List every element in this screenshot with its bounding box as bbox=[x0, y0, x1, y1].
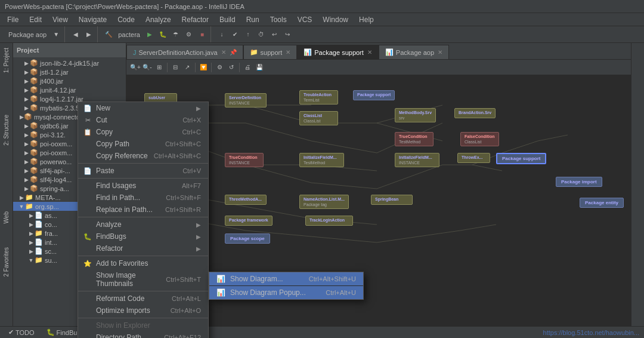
node-throwex[interactable]: ThrowEx... bbox=[457, 153, 490, 163]
tree-item-jstl[interactable]: ▶ 📦 jstl-1.2.jar bbox=[13, 67, 126, 76]
node-false-cond[interactable]: FalseCondition ClassList bbox=[460, 132, 499, 146]
node-truecond2[interactable]: TrueCondition INSTANCE bbox=[225, 153, 264, 167]
print-btn[interactable]: 🖨 bbox=[242, 62, 253, 73]
node-5[interactable]: ClassList ClassList bbox=[299, 111, 338, 125]
zoom-in-btn[interactable]: 🔍+ bbox=[130, 62, 141, 73]
tree-arrow: ▶ bbox=[23, 168, 30, 174]
redo-btn[interactable]: ↪ bbox=[281, 29, 293, 41]
todo-tab[interactable]: ✔ TODO bbox=[5, 327, 38, 338]
zoom-out-btn[interactable]: 🔍- bbox=[142, 62, 153, 73]
node-pkg-entity[interactable]: Package entity bbox=[580, 198, 624, 208]
menu-run[interactable]: Run bbox=[242, 14, 264, 25]
ctx-show-thumbnails[interactable]: Show Image Thumbnails Ctrl+Shift+T bbox=[78, 269, 208, 290]
save-img-btn[interactable]: 💾 bbox=[254, 62, 265, 73]
undo-btn[interactable]: ↩ bbox=[268, 29, 280, 41]
node-pkg-import[interactable]: Package import bbox=[556, 177, 602, 187]
ctx-cut[interactable]: ✂ Cut Ctrl+X bbox=[78, 114, 208, 126]
tree-item-junit[interactable]: ▶ 📦 junit-4.12.jar bbox=[13, 85, 126, 94]
node-7[interactable]: BrandAction.Srv bbox=[454, 108, 496, 118]
tree-arrow: ▶ bbox=[18, 195, 25, 201]
menu-code[interactable]: Code bbox=[113, 14, 140, 25]
toolbar-separator bbox=[239, 63, 240, 72]
menu-vcs[interactable]: VCS bbox=[293, 14, 317, 25]
tab-close-btn[interactable]: ✕ bbox=[286, 49, 290, 56]
node-trackaction[interactable]: TrackLoginAction bbox=[305, 216, 353, 226]
tree-item-json-lib[interactable]: ▶ 📦 json-lib-2.4-jdk15.jar bbox=[13, 59, 126, 67]
menu-navigate[interactable]: Navigate bbox=[74, 14, 112, 25]
export-btn[interactable]: ↗ bbox=[182, 62, 193, 73]
ctx-copy[interactable]: 📋 Copy Ctrl+C bbox=[78, 126, 208, 138]
structure-strip-label[interactable]: 2: Structure bbox=[2, 112, 11, 148]
menu-file[interactable]: File bbox=[2, 14, 23, 25]
menu-refactor[interactable]: Refactor bbox=[177, 14, 213, 25]
ctx-paste[interactable]: 📄 Paste Ctrl+V bbox=[78, 165, 208, 177]
node-threemethod[interactable]: ThreeMethodA... bbox=[225, 195, 267, 205]
commit-btn[interactable]: ✔ bbox=[229, 29, 241, 41]
fit-btn[interactable]: ⊞ bbox=[154, 62, 165, 73]
tab-close-btn[interactable]: ✕ bbox=[367, 49, 372, 56]
tab-close-btn[interactable]: ✕ bbox=[221, 49, 226, 56]
node-3[interactable]: TroubleAction TermList bbox=[299, 90, 338, 105]
ctx-copy-ref[interactable]: Copy Reference Ctrl+Alt+Shift+C bbox=[78, 150, 208, 162]
node-initializefield2[interactable]: InitializeFieldM... TestMethod bbox=[299, 153, 344, 167]
favorites-strip-label[interactable]: 2 Favorites bbox=[2, 245, 11, 279]
submenu-show-diagram-popup[interactable]: 📊 Show Diagram Popup... Ctrl+Alt+U bbox=[209, 286, 363, 299]
node-targetsrv[interactable]: SpringBean bbox=[371, 195, 413, 205]
menu-analyze[interactable]: Analyze bbox=[141, 14, 176, 25]
menu-tools[interactable]: Tools bbox=[265, 14, 292, 25]
history-btn[interactable]: ⏱ bbox=[255, 29, 267, 41]
submenu-show-diagram[interactable]: 📊 Show Diagram... Ctrl+Alt+Shift+U bbox=[209, 272, 363, 286]
node-pkg-scope[interactable]: Package scope bbox=[225, 233, 270, 244]
stop-btn[interactable]: ■ bbox=[196, 29, 208, 41]
settings-btn[interactable]: ⚙ bbox=[214, 62, 225, 73]
build-btn[interactable]: 🔨 bbox=[103, 29, 114, 41]
tab-support[interactable]: 📁 support ✕ bbox=[243, 45, 298, 59]
ctx-optimize-imports[interactable]: Optimize Imports Ctrl+Alt+O bbox=[78, 305, 208, 317]
node-2[interactable]: ServerDefinition INSTANCE bbox=[225, 93, 267, 107]
node-initializefield3[interactable]: InitializeFieldM... INSTANCE bbox=[395, 153, 439, 167]
node-true-cond[interactable]: TrueCondition TestMethod bbox=[395, 132, 434, 146]
tab-server-definition[interactable]: J ServerDefinitionAction.java ✕ 📌 bbox=[126, 45, 243, 59]
node-package-support[interactable]: Package support bbox=[353, 90, 395, 100]
tree-item-jt400[interactable]: ▶ 📦 jt400.jar bbox=[13, 76, 126, 85]
tab-package-support[interactable]: 📊 Package support ✕ bbox=[297, 45, 379, 59]
node-pkg-support-main[interactable]: Package support bbox=[496, 153, 546, 164]
push-btn[interactable]: ↑ bbox=[242, 29, 254, 41]
ctx-refactor[interactable]: Refactor ▶ bbox=[78, 242, 208, 254]
layout-btn[interactable]: ⊟ bbox=[170, 62, 181, 73]
ctx-reformat[interactable]: Reformat Code Ctrl+Alt+L bbox=[78, 293, 208, 305]
ctx-replace-path[interactable]: Replace in Path... Ctrl+Shift+R bbox=[78, 204, 208, 216]
node-frameworkmapper[interactable]: Package framework bbox=[225, 216, 273, 226]
project-strip-label[interactable]: 1: Project bbox=[2, 45, 11, 75]
menu-view[interactable]: View bbox=[48, 14, 73, 25]
run-config-btn[interactable]: ⚙ bbox=[183, 29, 195, 41]
tab-package-aop[interactable]: 📊 Package aop ✕ bbox=[379, 45, 449, 59]
ctx-analyze[interactable]: Analyze ▶ bbox=[78, 219, 208, 231]
menu-edit[interactable]: Edit bbox=[24, 14, 47, 25]
toolbar-separator bbox=[195, 63, 196, 72]
filter-btn[interactable]: 🔽 bbox=[198, 62, 209, 73]
menu-help[interactable]: Help bbox=[354, 14, 379, 25]
ctx-find-path[interactable]: Find in Path... Ctrl+Shift+F bbox=[78, 192, 208, 204]
back-btn[interactable]: ◀ bbox=[70, 29, 82, 41]
menu-window[interactable]: Window bbox=[318, 14, 353, 25]
ctx-add-favorites[interactable]: ⭐ Add to Favorites bbox=[78, 257, 208, 269]
ctx-dir-path[interactable]: Directory Path Ctrl+Alt+F12 bbox=[78, 331, 208, 338]
menu-build[interactable]: Build bbox=[215, 14, 240, 25]
refresh-btn[interactable]: ↺ bbox=[226, 62, 237, 73]
tab-close-btn[interactable]: ✕ bbox=[438, 49, 442, 56]
run-btn[interactable]: ▶ bbox=[144, 29, 156, 41]
ctx-find-usages[interactable]: Find Usages Alt+F7 bbox=[78, 180, 208, 192]
update-btn[interactable]: ↓ bbox=[216, 29, 228, 41]
node-nameaction[interactable]: NameAction.List.M... Package tag bbox=[299, 195, 349, 209]
node-6[interactable]: MethodBody.Srv srv bbox=[395, 108, 436, 122]
debug-btn[interactable]: 🐛 bbox=[157, 29, 169, 41]
coverage-btn[interactable]: ☂ bbox=[170, 29, 182, 41]
ctx-copy-path[interactable]: Copy Path Ctrl+Shift+C bbox=[78, 138, 208, 150]
web-strip-label[interactable]: Web bbox=[2, 209, 11, 226]
ctx-show-explorer[interactable]: Show in Explorer bbox=[78, 319, 208, 331]
toolbar-dropdown-btn[interactable]: ▼ bbox=[50, 29, 62, 41]
ctx-findbugs[interactable]: 🐛 FindBugs ▶ bbox=[78, 231, 208, 242]
ctx-new[interactable]: 📄 New ▶ bbox=[78, 102, 208, 114]
forward-btn[interactable]: ▶ bbox=[83, 29, 95, 41]
